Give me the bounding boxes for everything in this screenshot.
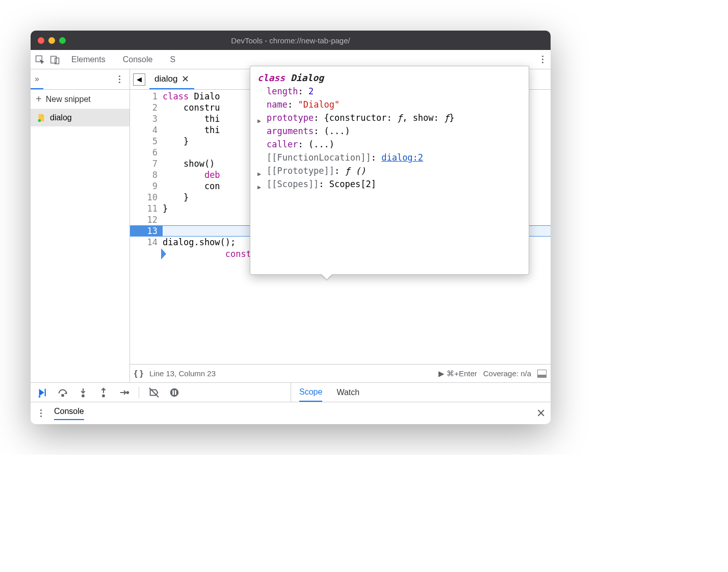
svg-point-7 [82, 395, 84, 397]
window-title: DevTools - chrome://new-tab-page/ [31, 36, 551, 45]
console-drawer-label[interactable]: Console [54, 407, 84, 420]
nav-back-icon[interactable]: ◀ [133, 73, 145, 86]
svg-rect-1 [51, 56, 57, 63]
svg-rect-12 [175, 390, 176, 395]
more-menu-icon[interactable] [537, 55, 548, 65]
svg-rect-11 [172, 390, 174, 395]
svg-point-5 [39, 396, 41, 398]
svg-point-6 [62, 394, 64, 396]
navigator-sidebar: » + New snippet dialog [31, 69, 130, 382]
editor-tab-label: dialog [154, 74, 177, 84]
console-drawer: Console ✕ [31, 402, 551, 424]
tab-watch[interactable]: Watch [336, 388, 359, 397]
popover-prop-scopes[interactable]: ▶[[Scopes]]: Scopes[2] [257, 177, 522, 191]
tab-scope[interactable]: Scope [299, 383, 322, 402]
popover-prop-name: name: "Dialog" [257, 98, 522, 111]
close-tab-icon[interactable]: ✕ [181, 73, 189, 85]
svg-point-9 [127, 392, 129, 394]
navigator-more-icon[interactable] [114, 74, 124, 85]
step-over-icon[interactable] [57, 387, 68, 398]
tab-elements[interactable]: Elements [64, 51, 113, 68]
editor-statusbar: { } Line 13, Column 23 ▶ ⌘+Enter Coverag… [130, 364, 551, 382]
new-snippet-label: New snippet [46, 95, 91, 104]
cursor-position: Line 13, Column 23 [149, 369, 216, 378]
popover-prop-length: length: 2 [257, 85, 522, 98]
inspect-icon[interactable] [34, 54, 46, 66]
popover-header: class Dialog [257, 71, 522, 85]
file-item-label: dialog [50, 113, 72, 122]
execution-pointer-icon [161, 248, 166, 259]
editor-tab-dialog[interactable]: dialog ✕ [149, 69, 194, 89]
step-icon[interactable] [118, 387, 129, 398]
step-into-icon[interactable] [77, 387, 89, 398]
resume-icon[interactable] [37, 387, 48, 398]
debugger-toolbar: Scope Watch [31, 382, 551, 402]
object-preview-popover: class Dialog length: 2 name: "Dialog" ▶p… [250, 66, 529, 275]
svg-point-10 [170, 388, 179, 397]
coverage-indicator: Coverage: n/a [483, 369, 531, 378]
file-list: dialog [31, 109, 129, 382]
svg-point-3 [38, 119, 41, 122]
devtools-window: DevTools - chrome://new-tab-page/ Elemen… [31, 31, 551, 424]
snippet-file-icon [37, 113, 46, 122]
popover-prop-prototype[interactable]: ▶prototype: {constructor: ƒ, show: ƒ} [257, 111, 522, 124]
device-toolbar-icon[interactable] [49, 54, 61, 66]
svg-rect-4 [45, 388, 46, 396]
popover-prop-arguments[interactable]: arguments: (...) [257, 124, 522, 138]
drawer-menu-icon[interactable] [36, 408, 46, 419]
dock-side-icon[interactable] [537, 370, 547, 378]
line-gutter: 1 2 3 4 5 6 7 8 9 10 11 12 13 14 [130, 90, 163, 364]
pause-on-exceptions-icon[interactable] [169, 387, 180, 398]
step-out-icon[interactable] [98, 387, 109, 398]
plus-icon: + [36, 93, 42, 105]
navigator-expand-icon[interactable]: » [31, 69, 43, 89]
debug-sidebar-tabs: Scope Watch [291, 383, 551, 402]
popover-prop-functionlocation[interactable]: [[FunctionLocation]]: dialog:2 [257, 151, 522, 164]
pretty-print-icon[interactable]: { } [134, 369, 143, 379]
svg-point-8 [102, 395, 105, 397]
file-item-dialog[interactable]: dialog [31, 109, 129, 126]
run-snippet-button[interactable]: ▶ ⌘+Enter [438, 369, 477, 378]
titlebar: DevTools - chrome://new-tab-page/ [31, 31, 551, 50]
navigator-header: » [31, 69, 129, 90]
popover-prop-internal-prototype[interactable]: ▶[[Prototype]]: ƒ () [257, 164, 522, 177]
deactivate-breakpoints-icon[interactable] [148, 387, 160, 398]
new-snippet-button[interactable]: + New snippet [31, 90, 129, 109]
popover-prop-caller[interactable]: caller: (...) [257, 138, 522, 151]
close-drawer-icon[interactable]: ✕ [536, 407, 545, 420]
tab-console[interactable]: Console [116, 51, 160, 68]
tab-sources-partial[interactable]: S [163, 51, 175, 68]
